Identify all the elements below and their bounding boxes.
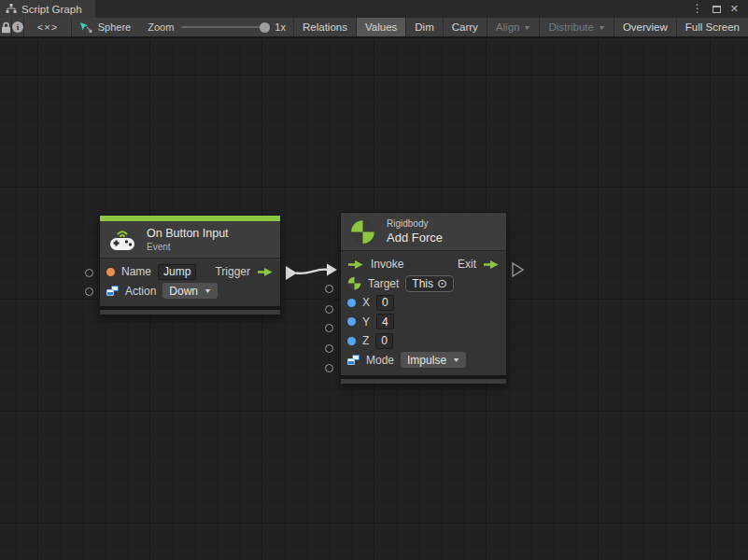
x-input[interactable]: 0 xyxy=(376,295,394,311)
tab-script-graph[interactable]: Script Graph xyxy=(0,0,95,18)
graph-pointer-icon xyxy=(79,21,92,34)
node-footer xyxy=(100,306,280,315)
y-port-label: Y xyxy=(362,315,370,329)
values-button[interactable]: Values xyxy=(356,18,405,36)
node-title: On Button Input xyxy=(147,227,229,240)
code-icon: <×> xyxy=(37,21,58,33)
name-input[interactable]: Jump xyxy=(158,264,196,280)
action-input-port[interactable] xyxy=(85,287,93,296)
y-port-row: Y 4 xyxy=(347,313,500,332)
node-category: Rigidbody xyxy=(387,218,443,229)
chevron-down-icon: ▼ xyxy=(452,357,460,363)
name-port-row: Name Jump Trigger xyxy=(106,262,274,282)
enum-port-icon[interactable] xyxy=(106,286,119,296)
window-controls: ⋮ ✕ xyxy=(692,0,748,18)
graph-canvas[interactable]: On Button Input Event Name Jump Trigger xyxy=(0,40,748,560)
graph-owner-label: Sphere xyxy=(98,21,131,33)
target-port-row: Target This ⊙ xyxy=(347,274,500,294)
float-port-icon[interactable] xyxy=(347,317,356,326)
node-on-button-input[interactable]: On Button Input Event Name Jump Trigger xyxy=(99,215,281,315)
zoom-slider[interactable] xyxy=(181,26,267,28)
name-port-label: Name xyxy=(121,265,151,278)
window-menu-icon[interactable]: ⋮ xyxy=(692,0,703,18)
action-port-label: Action xyxy=(125,285,156,298)
full-screen-button[interactable]: Full Screen xyxy=(676,18,748,36)
title-bar: Script Graph ⋮ ✕ xyxy=(0,0,748,18)
exit-flow-arrow-icon[interactable] xyxy=(483,259,500,270)
float-port-icon[interactable] xyxy=(347,337,356,345)
name-input-port[interactable] xyxy=(85,269,93,277)
z-port-label: Z xyxy=(362,334,369,347)
mode-input-port[interactable] xyxy=(325,364,333,372)
exit-port-label: Exit xyxy=(458,258,476,271)
lock-icon xyxy=(1,21,11,34)
tab-label: Script Graph xyxy=(21,4,82,15)
info-button[interactable]: i xyxy=(12,18,23,36)
code-preview-button[interactable]: <×> xyxy=(24,18,71,36)
invoke-flow-arrow-icon[interactable] xyxy=(347,259,364,270)
node-footer xyxy=(341,375,506,384)
chevron-down-icon: ▼ xyxy=(204,287,212,294)
chevron-down-icon: ▼ xyxy=(523,24,531,31)
zoom-slider-handle[interactable] xyxy=(260,22,270,33)
action-dropdown[interactable]: Down ▼ xyxy=(162,283,218,299)
distribute-dropdown[interactable]: Distribute ▼ xyxy=(539,18,614,36)
z-port-row: Z 0 xyxy=(347,331,500,351)
z-input[interactable]: 0 xyxy=(375,333,393,349)
node-port-rows: Invoke Exit Target xyxy=(341,251,506,375)
x-port-row: X 0 xyxy=(347,293,500,313)
graph-toolbar: i <×> Sphere Zoom 1x Relations Values Di… xyxy=(0,18,748,38)
rigidbody-icon xyxy=(350,219,375,245)
y-input-port[interactable] xyxy=(325,324,333,332)
overview-button[interactable]: Overview xyxy=(614,18,676,36)
node-port-rows: Name Jump Trigger Action Down ▼ xyxy=(100,259,280,306)
mode-port-label: Mode xyxy=(366,354,394,367)
y-input[interactable]: 4 xyxy=(376,314,394,329)
invoke-port-row: Invoke Exit xyxy=(347,255,500,274)
target-object-field[interactable]: This ⊙ xyxy=(405,275,454,292)
trigger-port-label: Trigger xyxy=(215,265,250,278)
trigger-flow-arrow-icon[interactable] xyxy=(257,267,274,277)
target-port-label: Target xyxy=(368,277,399,290)
carry-button[interactable]: Carry xyxy=(443,18,487,36)
node-subtitle: Event xyxy=(147,242,229,252)
script-graph-window: Script Graph ⋮ ✕ i <×> xyxy=(0,0,748,560)
string-port-icon[interactable] xyxy=(106,268,115,276)
graph-hierarchy-icon xyxy=(6,4,17,14)
maximize-icon[interactable] xyxy=(713,6,721,13)
lock-button[interactable] xyxy=(0,18,11,36)
x-port-label: X xyxy=(362,296,370,309)
invoke-port-label: Invoke xyxy=(371,258,403,271)
mode-port-row: Mode Impulse ▼ xyxy=(347,351,500,371)
zoom-label: Zoom xyxy=(148,21,174,33)
graph-owner-button[interactable]: Sphere xyxy=(72,18,140,36)
z-input-port[interactable] xyxy=(325,344,333,353)
align-dropdown[interactable]: Align ▼ xyxy=(487,18,540,36)
enum-port-icon[interactable] xyxy=(347,355,360,365)
info-icon: i xyxy=(12,21,23,33)
gamepad-event-icon xyxy=(109,229,135,251)
float-port-icon[interactable] xyxy=(347,299,356,307)
exit-unconnected-stub xyxy=(513,263,523,276)
zoom-control: Zoom 1x xyxy=(140,18,293,36)
relations-button[interactable]: Relations xyxy=(293,18,356,36)
node-header[interactable]: On Button Input Event xyxy=(100,221,280,259)
node-header[interactable]: Rigidbody Add Force xyxy=(341,213,506,251)
rigidbody-port-icon[interactable] xyxy=(347,276,361,290)
object-picker-icon[interactable]: ⊙ xyxy=(437,277,447,289)
close-icon[interactable]: ✕ xyxy=(730,0,739,18)
target-input-port[interactable] xyxy=(325,285,333,293)
node-title: Add Force xyxy=(387,231,443,245)
node-add-force[interactable]: Rigidbody Add Force Invoke Exit xyxy=(340,212,507,385)
zoom-value: 1x xyxy=(275,21,286,33)
action-port-row: Action Down ▼ xyxy=(106,282,274,301)
toolbar-toggle-buttons: Relations Values Dim Carry Align ▼ Distr… xyxy=(293,18,748,36)
chevron-down-icon: ▼ xyxy=(598,24,606,31)
x-input-port[interactable] xyxy=(325,305,333,314)
mode-dropdown[interactable]: Impulse ▼ xyxy=(401,352,466,368)
dim-button[interactable]: Dim xyxy=(405,18,442,36)
